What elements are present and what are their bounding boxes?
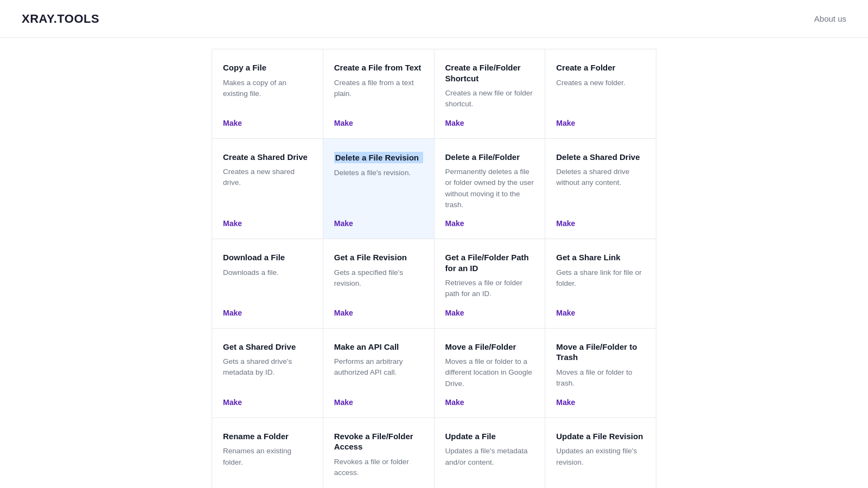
card-make-link[interactable]: Make <box>556 398 645 407</box>
card-get-file-revision: Get a File RevisionGets a specified file… <box>323 239 435 329</box>
card-update-file-revision: Update a File RevisionUpdates an existin… <box>545 418 656 488</box>
card-title: Rename a Folder <box>223 431 312 442</box>
card-make-link[interactable]: Make <box>445 398 534 407</box>
card-move-file-folder: Move a File/FolderMoves a file or folder… <box>435 329 546 418</box>
card-title: Create a Shared Drive <box>223 152 312 163</box>
card-update-a-file: Update a FileUpdates a file's metadata a… <box>435 418 546 488</box>
card-title: Create a Folder <box>556 62 645 73</box>
card-description: Performs an arbitrary authorized API cal… <box>334 356 423 389</box>
card-description: Updates an existing file's revision. <box>556 446 645 478</box>
site-logo: XRAY.TOOLS <box>22 12 99 26</box>
card-description: Updates a file's metadata and/or content… <box>445 446 534 478</box>
card-title: Get a File Revision <box>334 252 423 263</box>
card-description: Creates a new shared drive. <box>223 166 312 210</box>
card-description: Creates a new file or folder shortcut. <box>445 88 534 110</box>
card-make-link[interactable]: Make <box>445 119 534 127</box>
card-description: Deletes a file's revision. <box>334 168 423 210</box>
card-title: Move a File/Folder to Trash <box>556 342 645 363</box>
card-make-link[interactable]: Make <box>334 219 423 228</box>
card-title: Create a File/Folder Shortcut <box>445 62 534 84</box>
card-revoke-file-folder-access: Revoke a File/Folder AccessRevokes a fil… <box>323 418 435 488</box>
card-title: Download a File <box>223 252 312 263</box>
card-make-link[interactable]: Make <box>334 119 423 127</box>
card-get-file-folder-path: Get a File/Folder Path for an IDRetrieve… <box>435 239 546 329</box>
card-make-link[interactable]: Make <box>223 219 312 228</box>
card-make-link[interactable]: Make <box>556 119 645 127</box>
card-make-link[interactable]: Make <box>445 309 534 317</box>
card-create-file-folder-shortcut: Create a File/Folder ShortcutCreates a n… <box>435 49 546 139</box>
card-create-file-from-text: Create a File from TextCreates a file fr… <box>323 49 435 139</box>
card-move-file-folder-trash: Move a File/Folder to TrashMoves a file … <box>545 329 656 418</box>
card-create-folder: Create a FolderCreates a new folder.Make <box>545 49 656 139</box>
card-make-link[interactable]: Make <box>556 219 645 228</box>
card-make-link[interactable]: Make <box>556 309 645 317</box>
card-make-link[interactable]: Make <box>223 309 312 317</box>
card-make-link[interactable]: Make <box>334 309 423 317</box>
card-description: Creates a new folder. <box>556 78 645 110</box>
card-title: Make an API Call <box>334 342 423 352</box>
about-us-link[interactable]: About us <box>814 14 846 23</box>
card-title: Update a File Revision <box>556 431 645 442</box>
card-rename-folder: Rename a FolderRenames an existing folde… <box>212 418 323 488</box>
card-description: Permanently deletes a file or folder own… <box>445 166 534 210</box>
card-description: Creates a file from a text plain. <box>334 78 423 110</box>
site-header: XRAY.TOOLS About us <box>0 0 868 38</box>
card-description: Gets a specified file's revision. <box>334 267 423 300</box>
card-title: Update a File <box>445 431 534 442</box>
cards-grid: Copy a FileMakes a copy of an existing f… <box>212 49 656 488</box>
card-description: Gets a share link for file or folder. <box>556 267 645 300</box>
card-description: Downloads a file. <box>223 267 312 300</box>
card-title: Get a Shared Drive <box>223 342 312 352</box>
card-description: Deletes a shared drive without any conte… <box>556 166 645 210</box>
card-description: Moves a file or folder to trash. <box>556 367 645 389</box>
card-make-link[interactable]: Make <box>445 219 534 228</box>
card-description: Revokes a file or folder access. <box>334 457 423 479</box>
card-title: Get a Share Link <box>556 252 645 263</box>
card-make-link[interactable]: Make <box>223 119 312 127</box>
card-description: Makes a copy of an existing file. <box>223 78 312 110</box>
card-delete-file-revision: Delete a File RevisionDeletes a file's r… <box>323 139 435 240</box>
card-delete-file-folder: Delete a File/FolderPermanently deletes … <box>435 139 546 240</box>
card-title: Create a File from Text <box>334 62 423 73</box>
card-title: Delete a Shared Drive <box>556 152 645 163</box>
card-description: Retrieves a file or folder path for an I… <box>445 278 534 300</box>
card-description: Moves a file or folder to a different lo… <box>445 356 534 389</box>
card-description: Gets a shared drive's metadata by ID. <box>223 356 312 389</box>
card-title: Get a File/Folder Path for an ID <box>445 252 534 273</box>
card-make-link[interactable]: Make <box>223 398 312 407</box>
card-title: Delete a File/Folder <box>445 152 534 163</box>
card-get-shared-drive: Get a Shared DriveGets a shared drive's … <box>212 329 323 418</box>
card-title: Delete a File Revision <box>334 152 423 164</box>
card-copy-a-file: Copy a FileMakes a copy of an existing f… <box>212 49 323 139</box>
card-download-a-file: Download a FileDownloads a file.Make <box>212 239 323 329</box>
card-delete-shared-drive: Delete a Shared DriveDeletes a shared dr… <box>545 139 656 240</box>
card-title: Revoke a File/Folder Access <box>334 431 423 452</box>
card-get-share-link: Get a Share LinkGets a share link for fi… <box>545 239 656 329</box>
card-title: Move a File/Folder <box>445 342 534 352</box>
card-make-link[interactable]: Make <box>334 398 423 407</box>
card-make-api-call: Make an API CallPerforms an arbitrary au… <box>323 329 435 418</box>
main-content: Copy a FileMakes a copy of an existing f… <box>0 38 868 488</box>
card-create-shared-drive: Create a Shared DriveCreates a new share… <box>212 139 323 240</box>
card-description: Renames an existing folder. <box>223 446 312 478</box>
card-title: Copy a File <box>223 62 312 73</box>
